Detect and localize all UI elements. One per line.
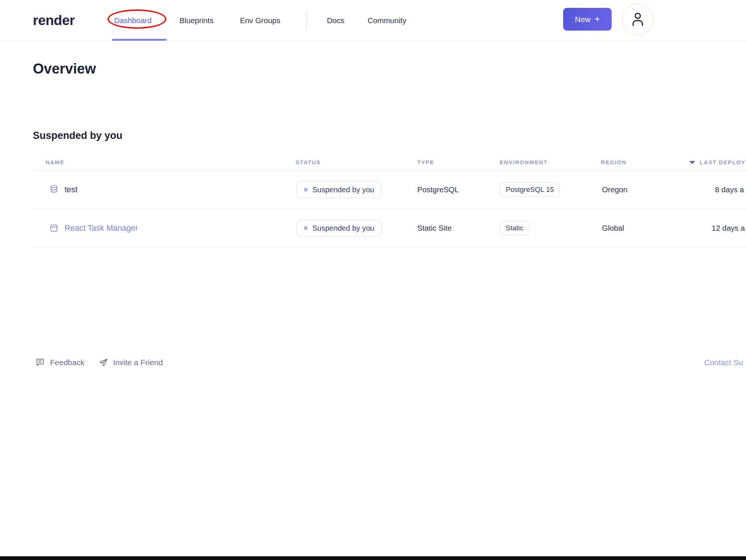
nav-item-dashboard[interactable]: Dashboard	[114, 16, 152, 25]
render-dashboard-page: render Dashboard Blueprints Env Groups D…	[0, 0, 746, 560]
service-region: Global	[602, 224, 624, 233]
invite-a-friend-link[interactable]: Invite a Friend	[99, 354, 163, 371]
paper-plane-icon	[99, 358, 108, 367]
plus-icon: +	[595, 14, 600, 24]
feedback-bubble-icon	[35, 357, 45, 367]
nav-item-blueprints[interactable]: Blueprints	[180, 16, 213, 25]
top-nav: render Dashboard Blueprints Env Groups D…	[0, 0, 746, 41]
sort-descending-icon[interactable]	[689, 161, 695, 164]
user-icon	[629, 10, 647, 28]
last-deploy: 8 days a	[715, 185, 744, 194]
last-deploy: 12 days a	[712, 224, 745, 233]
status-dot-icon	[304, 188, 308, 192]
service-region: Oregon	[602, 185, 627, 194]
bottom-screen-edge	[0, 556, 746, 560]
status-label: Suspended by you	[312, 224, 374, 233]
status-dot-icon	[304, 226, 308, 230]
database-icon	[49, 185, 59, 195]
account-menu-button[interactable]	[622, 3, 654, 35]
status-badge: Suspended by you	[297, 181, 381, 198]
service-type: PostgreSQL	[417, 185, 459, 194]
invite-label: Invite a Friend	[113, 358, 163, 367]
contact-support-link[interactable]: Contact Su	[704, 354, 743, 371]
active-tab-indicator	[112, 39, 167, 41]
static-site-icon	[49, 223, 59, 233]
nav-divider	[306, 12, 307, 29]
environment-badge: Static	[500, 221, 530, 235]
feedback-label: Feedback	[50, 358, 84, 367]
column-header-last-deploy[interactable]: LAST DEPLOY	[700, 159, 746, 165]
status-label: Suspended by you	[312, 186, 374, 194]
section-heading: Suspended by you	[33, 130, 122, 141]
new-button[interactable]: New +	[563, 8, 612, 31]
nav-item-docs[interactable]: Docs	[327, 16, 344, 25]
nav-item-community[interactable]: Community	[368, 16, 406, 25]
feedback-link[interactable]: Feedback	[35, 354, 84, 371]
environment-badge: PostgreSQL 15	[500, 183, 560, 197]
new-button-label: New	[575, 15, 590, 24]
column-header-region[interactable]: REGION	[601, 159, 627, 165]
table-row[interactable]: React Task Manager Suspended by you Stat…	[33, 209, 746, 248]
service-type: Static Site	[417, 224, 452, 233]
table-row[interactable]: test Suspended by you PostgreSQL Postgre…	[33, 171, 746, 209]
page-title: Overview	[33, 61, 96, 77]
column-header-environment[interactable]: ENVIRONMENT	[500, 159, 547, 165]
nav-item-env-groups[interactable]: Env Groups	[240, 16, 280, 25]
status-badge: Suspended by you	[297, 220, 381, 237]
column-header-type[interactable]: TYPE	[417, 159, 434, 165]
service-name[interactable]: test	[65, 185, 78, 195]
column-header-name[interactable]: NAME	[46, 159, 65, 165]
column-header-status[interactable]: STATUS	[296, 159, 321, 165]
table-header: NAME STATUS TYPE ENVIRONMENT REGION LAST…	[33, 157, 746, 171]
render-logo[interactable]: render	[33, 13, 75, 28]
service-name[interactable]: React Task Manager	[65, 224, 138, 233]
